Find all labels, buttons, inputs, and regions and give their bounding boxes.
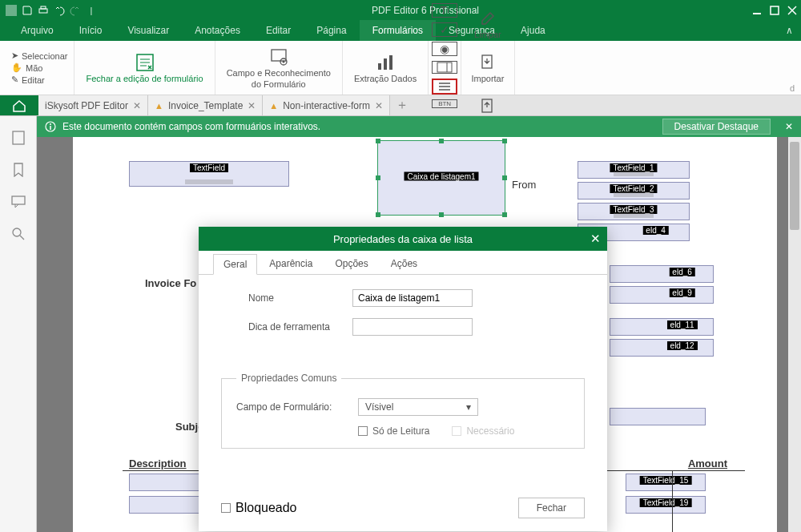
field-recognition-button[interactable]: Campo e Reconhecimentodo Formulário — [220, 46, 337, 89]
close-tab-icon[interactable]: ✕ — [248, 100, 256, 111]
locked-checkbox[interactable]: Bloqueado — [221, 501, 297, 515]
titlebar-divider: | — [85, 4, 98, 17]
form-recognition-icon — [268, 46, 289, 68]
close-infobar-icon[interactable]: ✕ — [777, 121, 801, 132]
redo-icon[interactable] — [69, 4, 82, 17]
tab-3[interactable]: ▲Non-interactive-form✕ — [263, 95, 390, 115]
close-button[interactable]: Fechar — [518, 498, 585, 518]
bookmarks-icon[interactable] — [10, 161, 27, 179]
tool-edit[interactable]: ✎Editar — [10, 74, 69, 86]
label-invoice-for: Invoice Fo — [145, 277, 196, 289]
readonly-checkbox[interactable]: Só de Leitura — [358, 425, 429, 437]
tooltip-label: Dica de ferramenta — [248, 321, 352, 332]
form-textfield[interactable]: TextField — [129, 161, 289, 187]
menu-inicio[interactable]: Início — [66, 20, 115, 41]
form-textfield-2[interactable]: TextField_2 — [578, 182, 690, 200]
svg-line-25 — [20, 236, 24, 240]
listbox-tool-icon[interactable] — [432, 79, 457, 95]
radio-tool-icon[interactable]: ◉ — [432, 42, 457, 56]
menu-formularios[interactable]: Formulários — [360, 20, 436, 41]
form-textfield-19[interactable]: TextField_19 — [626, 496, 706, 514]
close-form-editing-button[interactable]: Fechar a edição de formulário — [79, 51, 209, 84]
minimize-icon[interactable] — [748, 2, 766, 19]
dialog-title-bar[interactable]: Propriedades da caixa de lista ✕ — [199, 227, 607, 251]
home-tab-icon[interactable] — [0, 95, 38, 115]
close-tab-icon[interactable]: ✕ — [375, 100, 383, 111]
form-textfield-3[interactable]: TextField_3 — [578, 203, 690, 220]
left-sidebar — [0, 116, 37, 532]
title-bar: | PDF Editor 6 Profissional — [0, 0, 801, 20]
maximize-icon[interactable] — [766, 2, 783, 19]
form-textfield-9[interactable]: eld_9 — [610, 286, 714, 304]
extract-data-button[interactable]: Extração Dados — [348, 51, 423, 84]
common-properties-fieldset: Propriedades Comuns Campo de Formulário:… — [221, 373, 585, 449]
svg-point-10 — [282, 61, 284, 63]
tab-2[interactable]: ▲Invoice_Template✕ — [148, 95, 263, 115]
tab-actions[interactable]: Ações — [380, 253, 428, 274]
ribbon: ➤Seleccionar ✋Mão ✎Editar Fechar a ediçã… — [0, 41, 801, 95]
hand-icon: ✋ — [11, 62, 22, 73]
label-amount: Amount — [688, 457, 727, 470]
add-tab-icon[interactable]: ＋ — [390, 95, 414, 115]
svg-rect-12 — [384, 58, 387, 70]
dialog-tabs: Geral Aparência Opções Ações — [199, 251, 607, 275]
info-message: Este documento contém campos com formuár… — [62, 121, 320, 132]
tab-appearance[interactable]: Aparência — [259, 253, 323, 274]
menu-anotacoes[interactable]: Anotações — [182, 20, 253, 41]
menu-ajuda[interactable]: Ajuda — [508, 20, 558, 41]
name-input[interactable] — [352, 289, 473, 307]
tab-general[interactable]: Geral — [213, 254, 257, 275]
label-description: Description — [129, 457, 187, 470]
svg-rect-13 — [389, 55, 392, 70]
form-textfield-15[interactable]: TextField_15 — [626, 474, 706, 491]
close-window-icon[interactable] — [783, 2, 801, 19]
cursor-icon: ➤ — [11, 50, 18, 61]
menu-pagina[interactable]: Página — [304, 20, 359, 41]
checkbox-tool-icon[interactable]: ✓ — [432, 22, 457, 37]
eraser-icon — [479, 7, 497, 30]
dialog-close-icon[interactable]: ✕ — [590, 232, 601, 246]
collapse-ribbon-icon[interactable]: ∧ — [786, 25, 793, 36]
form-textfield-11[interactable]: eld_11 — [610, 318, 714, 336]
import-button[interactable]: Importar — [465, 51, 510, 84]
tooltip-input[interactable] — [352, 318, 473, 336]
tool-select[interactable]: ➤Seleccionar — [10, 50, 69, 62]
scrollbar[interactable] — [788, 137, 801, 532]
scrollbar-thumb[interactable] — [790, 142, 799, 230]
combobox-tool-icon[interactable] — [432, 61, 457, 74]
menu-editar[interactable]: Editar — [253, 20, 304, 41]
close-tab-icon[interactable]: ✕ — [133, 100, 141, 111]
formfield-select[interactable]: Vísivel ▾ — [358, 398, 478, 416]
info-icon — [45, 121, 56, 132]
undo-icon[interactable] — [53, 4, 66, 17]
form-textfield-subj[interactable] — [610, 408, 706, 425]
formfield-label: Campo de Formulário: — [236, 401, 350, 413]
thumbnails-icon[interactable] — [10, 129, 27, 147]
menu-arquivo[interactable]: Arquivo — [8, 20, 66, 41]
disable-highlight-button[interactable]: Desativar Destaque — [662, 119, 771, 135]
form-textfield-1[interactable]: TextField_1 — [578, 161, 690, 179]
clear-button[interactable]: Limpar — [468, 7, 508, 40]
tab-1[interactable]: iSkysoft PDF Editor✕ — [38, 95, 148, 115]
tab-options[interactable]: Opções — [324, 253, 378, 274]
ribbon-extra: d — [790, 83, 801, 95]
menu-bar: Arquivo Início Visualizar Anotações Edit… — [0, 20, 801, 41]
form-textfield-12[interactable]: eld_12 — [610, 339, 714, 357]
pencil-icon: ✎ — [11, 75, 18, 85]
save-icon[interactable] — [21, 4, 34, 17]
form-listbox-selected[interactable]: Caixa de listagem1 — [377, 140, 505, 216]
svg-point-28 — [50, 123, 51, 125]
tool-hand[interactable]: ✋Mão — [10, 62, 69, 74]
svg-rect-2 — [41, 6, 46, 9]
menu-visualizar[interactable]: Visualizar — [115, 20, 182, 41]
button-tool-icon[interactable]: BTN — [432, 99, 457, 108]
document-tabs: iSkysoft PDF Editor✕ ▲Invoice_Template✕ … — [0, 95, 801, 116]
search-icon[interactable] — [10, 225, 27, 243]
print-icon[interactable] — [37, 4, 50, 17]
form-textfield-6[interactable]: eld_6 — [610, 265, 714, 283]
warning-icon: ▲ — [269, 101, 278, 111]
comments-icon[interactable] — [10, 193, 27, 211]
table-rule-v — [672, 470, 673, 532]
textfield-tool-icon[interactable]: TI — [432, 3, 457, 18]
common-legend: Propriedades Comuns — [236, 373, 341, 384]
